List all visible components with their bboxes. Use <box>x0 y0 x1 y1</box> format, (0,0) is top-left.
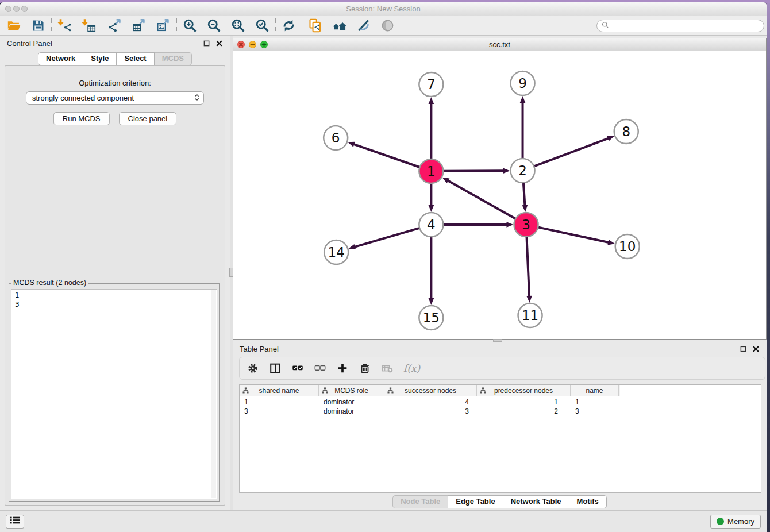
tab-motifs[interactable]: Motifs <box>569 495 607 508</box>
minimize-window-button[interactable] <box>13 6 20 12</box>
run-mcds-button[interactable]: Run MCDS <box>53 112 110 125</box>
close-panel-button[interactable]: Close panel <box>119 112 177 125</box>
settings-icon[interactable] <box>247 361 259 375</box>
graph-edge-4-14 <box>354 228 419 247</box>
graph-node-6[interactable]: 6 <box>324 126 348 150</box>
network-close-button[interactable] <box>237 41 245 48</box>
open-file-icon[interactable] <box>6 18 22 33</box>
app-titlebar: Session: New Session <box>0 2 767 16</box>
import-table-icon[interactable] <box>81 18 97 33</box>
task-history-button[interactable] <box>6 515 24 529</box>
graph-edge-3-1 <box>447 180 515 218</box>
close-panel-icon[interactable] <box>215 40 223 47</box>
mcds-result-textarea[interactable]: 1 3 <box>11 289 217 499</box>
table-row[interactable]: 1dominator411 <box>240 398 761 407</box>
close-window-button[interactable] <box>5 6 11 12</box>
export-image-icon[interactable] <box>156 18 171 33</box>
graph-node-7[interactable]: 7 <box>419 72 443 97</box>
duplicate-network-icon[interactable] <box>307 18 323 33</box>
graph-edge-1-6 <box>353 144 419 167</box>
add-row-icon[interactable] <box>336 361 349 375</box>
columns-icon[interactable] <box>269 361 282 375</box>
refresh-icon[interactable] <box>281 18 297 33</box>
table-panel-title: Table Panel <box>240 345 279 353</box>
table-cell: 3 <box>240 407 319 416</box>
graph-node-8[interactable]: 8 <box>614 119 638 144</box>
table-row[interactable]: 3dominator323 <box>240 407 761 416</box>
search-input[interactable] <box>612 21 759 30</box>
graph-arrowhead <box>503 168 510 174</box>
tab-edge-table[interactable]: Edge Table <box>448 495 503 508</box>
float-table-panel-icon[interactable] <box>740 345 747 353</box>
horizontal-divider-grip[interactable] <box>493 339 502 342</box>
network-minimize-button[interactable] <box>249 41 256 48</box>
memory-button[interactable]: Memory <box>710 515 761 529</box>
close-table-panel-icon[interactable] <box>752 345 760 353</box>
column-label: successor nodes <box>405 387 456 395</box>
table-cell: 4 <box>384 398 477 407</box>
graph-node-14[interactable]: 14 <box>324 240 348 264</box>
graph-node-3[interactable]: 3 <box>514 213 538 237</box>
select-all-icon[interactable] <box>291 361 304 375</box>
column-header-name[interactable]: name <box>571 385 619 396</box>
deselect-all-icon[interactable] <box>314 361 326 375</box>
column-header-mcds-role[interactable]: MCDS role <box>319 385 384 396</box>
application-window: Session: New Session Control Panel <box>0 2 767 532</box>
zoom-out-icon[interactable] <box>206 18 222 33</box>
control-panel-tabs: NetworkStyleSelectMCDS <box>0 51 230 65</box>
network-window-title: scc.txt <box>233 40 766 49</box>
tab-mcds[interactable]: MCDS <box>155 52 192 65</box>
mcds-panel: Optimization criterion: strongly connect… <box>5 65 225 506</box>
graph-node-10[interactable]: 10 <box>615 234 640 259</box>
control-panel: Control Panel NetworkStyleSelectMCDS Opt <box>0 36 230 510</box>
graph-node-4[interactable]: 4 <box>419 213 443 237</box>
zoom-window-button[interactable] <box>21 6 28 12</box>
delete-row-icon[interactable] <box>359 361 371 375</box>
graph-node-2[interactable]: 2 <box>511 159 535 183</box>
column-header-shared-name[interactable]: shared name <box>240 385 319 396</box>
export-network-icon[interactable] <box>107 18 123 33</box>
tab-network-table[interactable]: Network Table <box>503 495 569 508</box>
desktop-background-right <box>766 3 770 532</box>
tab-network[interactable]: Network <box>38 52 83 65</box>
float-panel-icon[interactable] <box>203 40 210 47</box>
tab-node-table[interactable]: Node Table <box>392 495 448 508</box>
save-session-icon[interactable] <box>30 18 46 33</box>
column-header-predecessor-nodes[interactable]: predecessor nodes <box>477 385 571 396</box>
graph-node-1[interactable]: 1 <box>419 159 443 183</box>
table-cell: 2 <box>477 407 571 416</box>
app-title: Session: New Session <box>0 5 767 13</box>
zoom-in-icon[interactable] <box>182 18 198 33</box>
list-icon <box>10 516 20 527</box>
graph-edge-3-11 <box>527 237 530 297</box>
graph-node-15[interactable]: 15 <box>419 306 443 330</box>
toolbar-group <box>276 18 302 33</box>
panel-divider[interactable] <box>230 36 233 510</box>
criterion-value: strongly connected component <box>32 94 134 102</box>
graph-node-11[interactable]: 11 <box>518 303 542 327</box>
export-table-icon[interactable] <box>132 18 147 33</box>
dropdown-stepper-icon <box>194 93 199 103</box>
network-window-titlebar[interactable]: scc.txt <box>233 38 766 51</box>
column-header-successor-nodes[interactable]: successor nodes <box>384 385 477 396</box>
zoom-selected-icon[interactable] <box>255 18 270 33</box>
tab-style[interactable]: Style <box>83 52 117 65</box>
memory-status-icon <box>717 518 724 525</box>
import-network-icon[interactable] <box>57 18 72 33</box>
apply-function-icon[interactable]: f(x) <box>403 361 420 375</box>
mcds-result-title: MCDS result (2 nodes) <box>11 279 88 287</box>
network-maximize-button[interactable] <box>260 41 268 48</box>
tab-select[interactable]: Select <box>117 52 154 65</box>
graph-node-9[interactable]: 9 <box>511 71 535 95</box>
criterion-dropdown[interactable]: strongly connected component <box>26 91 204 105</box>
result-scrollbar[interactable] <box>211 290 216 498</box>
graph-edge-3-10 <box>538 228 609 243</box>
search-field[interactable] <box>596 20 764 32</box>
home-icon[interactable] <box>332 18 347 33</box>
zoom-fit-icon[interactable] <box>230 18 246 33</box>
paintbrush-icon[interactable] <box>356 18 371 33</box>
delete-table-icon[interactable] <box>381 361 394 375</box>
horizontal-divider[interactable] <box>233 340 767 342</box>
show-hide-graphics-icon[interactable] <box>380 18 395 33</box>
network-canvas[interactable]: 7968124314101511 <box>233 51 766 339</box>
